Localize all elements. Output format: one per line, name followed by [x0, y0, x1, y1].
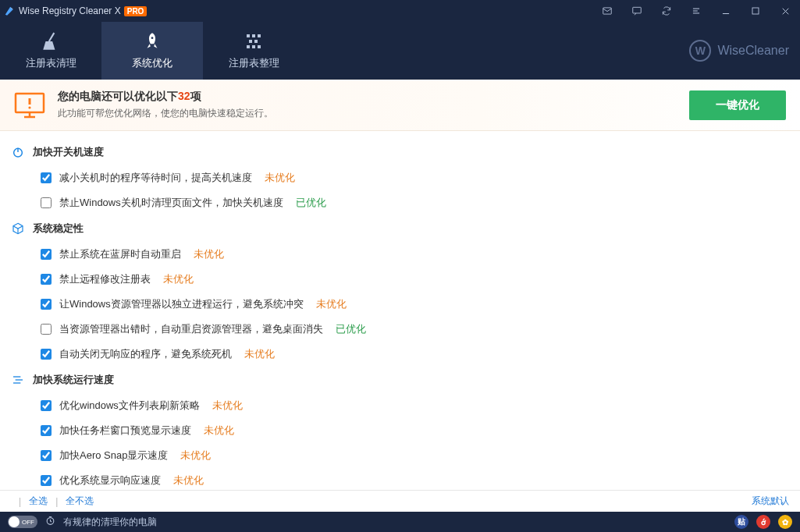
- option-row: 禁止Windows关机时清理页面文件，加快关机速度已优化: [0, 190, 800, 215]
- svg-rect-6: [752, 8, 759, 14]
- section-header[interactable]: 加快开关机速度: [0, 139, 800, 165]
- schedule-toggle[interactable]: OFF: [8, 516, 37, 528]
- option-text: 禁止Windows关机时清理页面文件，加快关机速度: [59, 196, 283, 210]
- svg-rect-13: [249, 40, 252, 43]
- clock-icon: [45, 516, 55, 528]
- brand-text: WiseCleaner: [717, 44, 789, 58]
- svg-rect-17: [258, 45, 261, 48]
- broom-icon: [41, 31, 61, 51]
- option-checkbox[interactable]: [41, 475, 52, 486]
- option-text: 优化系统显示响应速度: [59, 473, 161, 488]
- option-status: 未优化: [212, 399, 243, 413]
- select-all-link[interactable]: 全选: [29, 495, 48, 508]
- option-row: 让Windows资源管理器以独立进程运行，避免系统冲突未优化: [0, 292, 800, 317]
- svg-rect-15: [247, 45, 250, 48]
- svg-rect-11: [252, 34, 255, 37]
- brand-w-icon: W: [689, 40, 711, 62]
- option-row: 优化系统显示响应速度未优化: [0, 468, 800, 490]
- option-status: 未优化: [265, 171, 295, 185]
- minimize-icon[interactable]: [711, 0, 741, 22]
- option-text: 让Windows资源管理器以独立进程运行，避免系统冲突: [59, 297, 304, 311]
- nav-label: 注册表清理: [26, 56, 76, 70]
- nav-tab-registry-clean[interactable]: 注册表清理: [0, 22, 101, 80]
- option-text: 禁止远程修改注册表: [59, 272, 151, 286]
- option-checkbox[interactable]: [41, 274, 52, 285]
- rocket-icon: [142, 31, 162, 51]
- option-checkbox[interactable]: [41, 249, 52, 260]
- option-status: 未优化: [316, 297, 347, 311]
- option-status: 未优化: [244, 347, 275, 361]
- refresh-icon[interactable]: [652, 0, 681, 22]
- app-icon: [0, 5, 19, 16]
- option-checkbox[interactable]: [41, 172, 52, 183]
- svg-rect-14: [254, 40, 258, 43]
- option-checkbox[interactable]: [41, 197, 52, 208]
- svg-rect-10: [247, 34, 250, 37]
- select-none-link[interactable]: 全不选: [66, 495, 94, 508]
- schedule-text: 有规律的清理你的电脑: [63, 516, 157, 529]
- option-row: 自动关闭无响应的程序，避免系统死机未优化: [0, 342, 800, 367]
- option-status: 未优化: [204, 424, 234, 438]
- separator: |: [19, 496, 21, 507]
- section-title: 加快系统运行速度: [33, 373, 114, 387]
- banner-subtitle: 此功能可帮您优化网络，使您的电脑快速稳定运行。: [58, 107, 677, 120]
- option-checkbox[interactable]: [41, 425, 52, 436]
- option-row: 优化windows文件列表刷新策略未优化: [0, 393, 800, 418]
- option-status: 未优化: [180, 449, 211, 463]
- system-default-link[interactable]: 系统默认: [752, 495, 789, 508]
- app-name-text: Wise Registry Cleaner X: [19, 5, 121, 16]
- social-wechat-icon[interactable]: ✿: [778, 515, 792, 529]
- social-weibo-icon[interactable]: ớ: [756, 515, 770, 529]
- svg-rect-0: [603, 8, 612, 14]
- mail-icon[interactable]: [592, 0, 622, 22]
- footer: OFF 有规律的清理你的电脑 贴 ớ ✿: [0, 512, 800, 532]
- nav-tab-registry-defrag[interactable]: 注册表整理: [203, 22, 304, 80]
- svg-rect-12: [258, 34, 261, 37]
- titlebar: Wise Registry Cleaner X PRO: [0, 0, 800, 22]
- section-title: 加快开关机速度: [33, 145, 104, 159]
- option-row: 减小关机时的程序等待时间，提高关机速度未优化: [0, 165, 800, 190]
- option-status: 未优化: [173, 473, 204, 488]
- banner-title: 您的电脑还可以优化以下32项: [58, 90, 677, 104]
- option-row: 禁止远程修改注册表未优化: [0, 267, 800, 292]
- options-list[interactable]: 加快开关机速度减小关机时的程序等待时间，提高关机速度未优化禁止Windows关机…: [0, 131, 800, 490]
- svg-point-22: [28, 106, 30, 108]
- svg-rect-16: [252, 45, 255, 48]
- option-checkbox[interactable]: [41, 400, 52, 411]
- option-status: 未优化: [163, 272, 194, 286]
- option-checkbox[interactable]: [41, 349, 52, 360]
- option-status: 已优化: [296, 196, 326, 210]
- option-text: 减小关机时的程序等待时间，提高关机速度: [59, 171, 252, 185]
- maximize-icon[interactable]: [741, 0, 770, 22]
- feedback-icon[interactable]: [622, 0, 652, 22]
- select-bar: | 全选 | 全不选 系统默认: [0, 490, 800, 512]
- pro-badge: PRO: [124, 6, 148, 16]
- cube-icon: [11, 222, 25, 235]
- option-text: 禁止系统在蓝屏时自动重启: [59, 247, 181, 261]
- social-tieba-icon[interactable]: 贴: [734, 515, 748, 529]
- option-row: 当资源管理器出错时，自动重启资源管理器，避免桌面消失已优化: [0, 317, 800, 342]
- section-title: 系统稳定性: [33, 222, 84, 236]
- speed-icon: [11, 374, 25, 386]
- option-text: 加快Aero Snap显示速度: [59, 449, 168, 463]
- option-checkbox[interactable]: [41, 450, 52, 461]
- option-text: 加快任务栏窗口预览显示速度: [59, 424, 191, 438]
- power-icon: [11, 146, 25, 158]
- nav-tab-system-optimize[interactable]: 系统优化: [101, 22, 203, 80]
- optimize-button[interactable]: 一键优化: [689, 90, 786, 120]
- grid-icon: [244, 31, 263, 51]
- brand-logo[interactable]: W WiseCleaner: [689, 22, 789, 80]
- option-row: 禁止系统在蓝屏时自动重启未优化: [0, 242, 800, 267]
- option-row: 加快任务栏窗口预览显示速度未优化: [0, 418, 800, 443]
- section-header[interactable]: 加快系统运行速度: [0, 367, 800, 393]
- section-header[interactable]: 系统稳定性: [0, 215, 800, 242]
- separator: |: [55, 496, 58, 507]
- option-row: 加快Aero Snap显示速度未优化: [0, 443, 800, 468]
- option-checkbox[interactable]: [41, 324, 52, 335]
- option-text: 优化windows文件列表刷新策略: [59, 399, 200, 413]
- menu-icon[interactable]: [681, 0, 711, 22]
- option-status: 未优化: [194, 247, 224, 261]
- option-checkbox[interactable]: [41, 299, 52, 310]
- nav-label: 系统优化: [132, 56, 172, 70]
- close-icon[interactable]: [770, 0, 800, 22]
